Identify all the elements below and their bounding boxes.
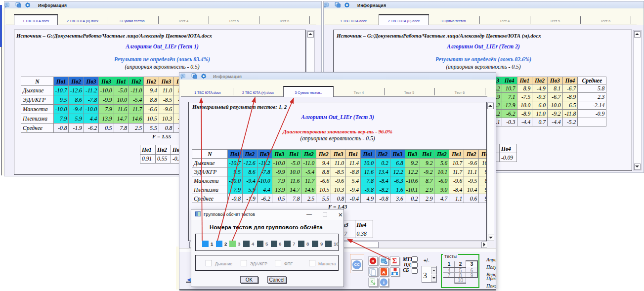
svg-text:i: i [383, 279, 385, 285]
svg-text:A: A [382, 270, 386, 275]
svg-text:Σ: Σ [392, 257, 397, 265]
svg-text:R: R [372, 259, 374, 263]
